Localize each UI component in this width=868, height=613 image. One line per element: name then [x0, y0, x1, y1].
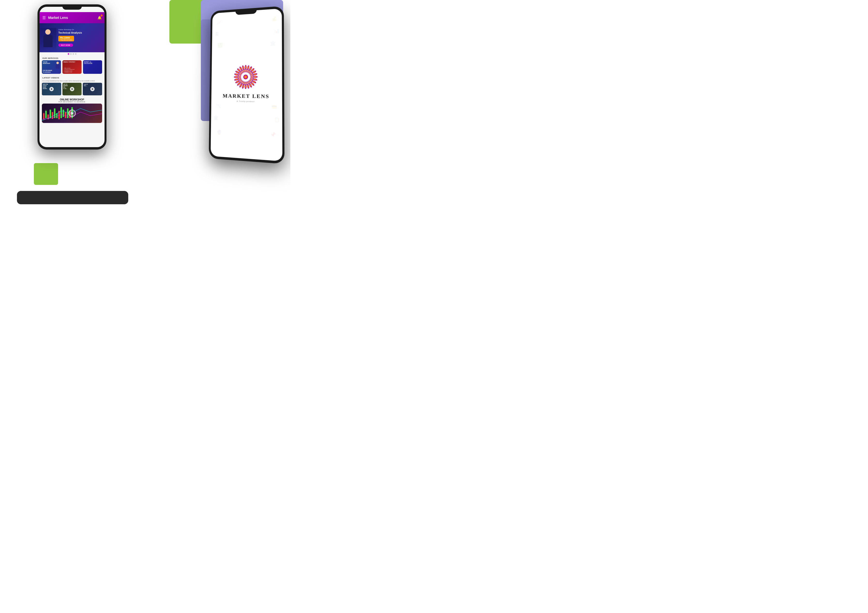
workshop-play-button[interactable]: [68, 110, 76, 117]
dot-3[interactable]: [73, 53, 74, 55]
service-card-1-title: ONLINEWORKSHOP: [43, 61, 50, 64]
pattern-icon-4: 📊: [274, 28, 279, 34]
pattern-icon-10: 📋: [274, 117, 279, 123]
videos-label: LATEST VIDEOS: [39, 75, 105, 80]
person-silhouette: [41, 29, 55, 52]
video-3-play[interactable]: [90, 87, 95, 91]
phone-stand: [17, 191, 128, 204]
video-thumb-1[interactable]: HOW THESTOCKMARKWORKS: [42, 83, 61, 95]
app-title: Market Lens: [48, 16, 98, 20]
banner-price: Rs.12000 *Plus 18% GST Extra: [58, 36, 74, 41]
phone-screen-left: ☰ Market Lens 🔔 Online Workshop On Techn…: [39, 7, 105, 147]
svg-rect-14: [65, 112, 66, 118]
bell-button[interactable]: 🔔: [98, 16, 102, 20]
pattern-icon-7: 📉: [216, 103, 221, 109]
service-card-workshop[interactable]: ONLINEWORKSHOP FOR BEGINNERTO ADVANCE: [42, 60, 61, 74]
video-1-play[interactable]: [50, 87, 54, 91]
service-card-calculator[interactable]: MARKET LE...CALCULATOR: [83, 60, 102, 74]
service-card-2-title: WEEKLY STRATEGY: [64, 61, 75, 63]
service-card-1-subtitle: FOR BEGINNERTO ADVANCE: [43, 70, 52, 73]
buy-now-button[interactable]: BUY NOW: [58, 43, 73, 47]
person-head: [45, 29, 51, 35]
phone-notch-left: [62, 5, 82, 10]
banner-person: [39, 28, 56, 52]
banner-section: Online Workshop On Technical Analysis Rs…: [39, 23, 105, 52]
mandala-logo: [234, 65, 258, 89]
workshop-subtitle: FOR BEGINNER TO ADVANCE: [39, 101, 105, 102]
person-body: [43, 35, 53, 47]
videos-row: HOW THESTOCKMARKWORKS ART OFMAKINGMO...I…: [39, 83, 105, 97]
splash-logo-text: MARKET LENS: [223, 93, 269, 99]
video-2-title: ART OFMAKINGMO...In Sto...: [64, 84, 68, 89]
service-card-2-bullets: ✓ Nifty overview✓ Important weekly level…: [64, 68, 74, 73]
service-person: [55, 62, 60, 69]
banner-title: Technical Analysis: [58, 31, 102, 34]
workshop-header: ONLINE WORKSHOP FOR BEGINNER TO ADVANCE: [39, 97, 105, 104]
workshop-video-thumb[interactable]: [42, 104, 102, 123]
app-header: ☰ Market Lens 🔔: [39, 12, 105, 23]
phone-screen-right: 📈 💰 🏦 📊 💹 🏛️ 📉 💳 🏛️ 📋 🔮 📌: [211, 8, 282, 161]
svg-point-30: [245, 84, 246, 89]
pattern-icon-2: 💰: [271, 16, 277, 22]
video-2-play[interactable]: [70, 87, 74, 91]
svg-rect-7: [50, 110, 51, 118]
hamburger-icon[interactable]: ☰: [42, 16, 46, 20]
service-card-3-title: MARKET LE...CALCULATOR: [84, 61, 92, 64]
left-phone: ☰ Market Lens 🔔 Online Workshop On Techn…: [37, 5, 107, 149]
svg-rect-13: [63, 110, 64, 117]
dot-4[interactable]: [75, 53, 76, 55]
price-note: *Plus 18% GST Extra: [60, 39, 72, 41]
svg-rect-3: [45, 111, 47, 118]
play-icon-1: [51, 88, 53, 90]
pattern-icon-3: 🏦: [214, 31, 220, 37]
pattern-icon-12: 📌: [270, 132, 276, 138]
pattern-icon-5: 💹: [217, 43, 223, 48]
splash-tagline: A Trinity product: [237, 100, 254, 102]
right-phone: 📈 💰 🏦 📊 💹 🏛️ 📉 💳 🏛️ 📋 🔮 📌: [209, 6, 285, 164]
pattern-icon-6: 🏛️: [270, 40, 276, 46]
svg-rect-0: [43, 113, 45, 119]
workshop-title: ONLINE WORKSHOP: [39, 98, 105, 101]
banner-dots: [39, 52, 105, 56]
service-card-weekly[interactable]: WEEKLY STRATEGY ✓ Nifty overview✓ Import…: [62, 60, 82, 74]
banner-subtitle: Online Workshop On: [58, 29, 102, 31]
dot-2[interactable]: [70, 53, 71, 55]
svg-rect-12: [60, 107, 62, 118]
svg-point-18: [245, 65, 246, 70]
pattern-icon-8: 💳: [271, 104, 277, 110]
pattern-icon-1: 📈: [217, 20, 222, 25]
notification-badge: [101, 14, 102, 17]
video-3-title: Learn UStoc...: [84, 84, 88, 87]
video-thumb-2[interactable]: ART OFMAKINGMO...In Sto...: [62, 83, 82, 95]
services-row: ONLINEWORKSHOP FOR BEGINNERTO ADVANCE WE…: [39, 60, 105, 75]
video-thumb-3[interactable]: Learn UStoc...: [83, 83, 102, 95]
services-label: OUR SERVICES: [39, 56, 105, 60]
workshop-play-icon: [71, 112, 74, 115]
play-icon-3: [92, 88, 93, 90]
svg-point-36: [234, 76, 238, 78]
svg-point-24: [253, 76, 258, 78]
price-value: Rs.12000: [60, 37, 70, 39]
videos-description: It is a long established fact that a rea…: [39, 80, 105, 83]
video-1-title: HOW THESTOCKMARKWORKS: [43, 84, 48, 89]
bg-green-accent-bottom: [34, 163, 58, 185]
dot-1[interactable]: [68, 53, 69, 55]
pattern-icon-11: 🔮: [217, 129, 222, 135]
splash-logo: MARKET LENS A Trinity product: [223, 64, 270, 102]
svg-point-66: [243, 74, 248, 79]
pattern-icon-9: 🏛️: [214, 115, 219, 120]
play-icon-2: [71, 88, 73, 90]
